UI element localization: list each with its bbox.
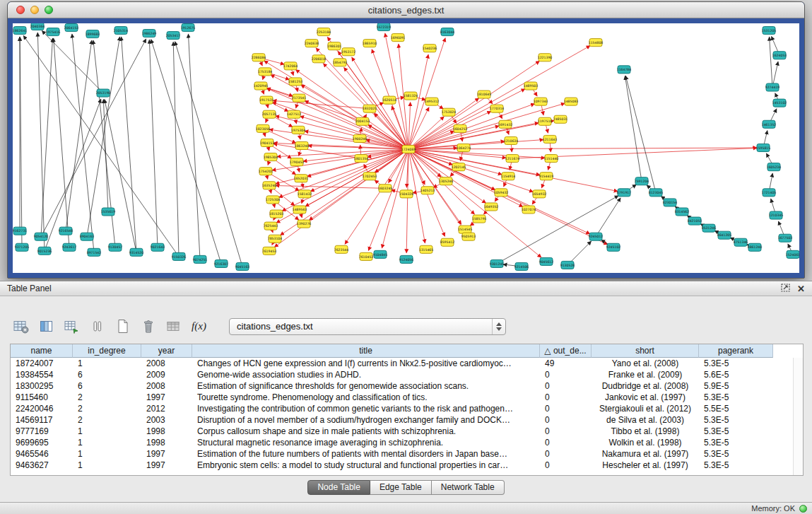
- table-row[interactable]: 1456911722003Disruption of a novel membe…: [11, 414, 803, 426]
- network-node[interactable]: 1721405: [762, 189, 777, 197]
- column-header-year[interactable]: year: [141, 344, 192, 358]
- table-row[interactable]: 977716911998Corpus callosum shape and si…: [11, 426, 803, 437]
- network-node[interactable]: 8641205: [717, 231, 732, 239]
- network-node[interactable]: 1164784: [617, 66, 632, 74]
- network-node[interactable]: 8163044: [440, 28, 455, 36]
- network-node[interactable]: 1635240: [262, 182, 277, 189]
- network-node[interactable]: 1986249: [142, 30, 157, 37]
- network-node[interactable]: 9505913: [461, 233, 476, 240]
- network-node[interactable]: 1863240: [295, 141, 310, 149]
- network-node[interactable]: 9216307: [214, 259, 229, 267]
- network-node[interactable]: 9371205: [15, 243, 30, 251]
- network-edge[interactable]: [87, 37, 120, 237]
- network-node[interactable]: 7623544: [334, 245, 349, 253]
- network-node[interactable]: 8595412: [440, 238, 455, 246]
- network-edge[interactable]: [66, 40, 92, 231]
- network-node[interactable]: 9015236: [37, 247, 52, 255]
- network-edge[interactable]: [54, 38, 69, 247]
- network-edge[interactable]: [307, 149, 408, 177]
- network-node[interactable]: 1605234: [767, 163, 782, 171]
- network-node[interactable]: 1917531: [259, 96, 274, 104]
- network-node[interactable]: 1753184: [258, 68, 273, 76]
- network-node[interactable]: 9045163: [235, 262, 250, 270]
- network-node[interactable]: 1427512: [287, 110, 302, 118]
- table-row[interactable]: 1872400712008Changes of HCN gene express…: [11, 358, 803, 369]
- network-node[interactable]: 1604253: [453, 124, 468, 132]
- network-node[interactable]: 1900246: [353, 134, 367, 142]
- network-node[interactable]: 9301245: [490, 259, 505, 267]
- network-edge[interactable]: [175, 42, 242, 267]
- network-node[interactable]: 1985304: [264, 153, 278, 161]
- network-node[interactable]: 1210345: [769, 211, 784, 219]
- network-node[interactable]: 8971542: [87, 248, 102, 256]
- network-node[interactable]: 1461352: [762, 120, 777, 128]
- network-node[interactable]: 2053190: [96, 89, 111, 97]
- network-node[interactable]: 1221390: [538, 54, 553, 62]
- network-node[interactable]: 1696091: [391, 34, 406, 42]
- network-node[interactable]: 9104845: [373, 250, 388, 258]
- network-edge[interactable]: [276, 186, 385, 189]
- network-node[interactable]: 8531246: [702, 224, 717, 232]
- network-node[interactable]: 2064153: [64, 24, 79, 32]
- network-node[interactable]: 1854793: [333, 59, 348, 66]
- network-node[interactable]: 7591204: [635, 177, 649, 185]
- network-node[interactable]: 9162731: [13, 227, 27, 235]
- table-options-button[interactable]: [11, 317, 30, 335]
- network-node[interactable]: 6791917: [617, 189, 632, 197]
- network-edge[interactable]: [41, 39, 146, 237]
- network-edge[interactable]: [338, 52, 408, 149]
- import-table-button[interactable]: [62, 317, 81, 335]
- table-row[interactable]: 2242004622012Investigating the contribut…: [11, 403, 803, 414]
- network-node[interactable]: 8314562: [675, 208, 690, 216]
- delete-column-button[interactable]: [139, 317, 158, 335]
- column-header-title[interactable]: title: [192, 344, 540, 358]
- column-header-short[interactable]: short: [592, 344, 699, 358]
- network-edge[interactable]: [408, 121, 554, 150]
- column-header-pagerank[interactable]: pagerank: [699, 344, 773, 358]
- network-node[interactable]: 1975416: [46, 28, 61, 36]
- network-node[interactable]: 5572319: [377, 23, 392, 31]
- network-node[interactable]: 7610453: [359, 252, 374, 260]
- network-node[interactable]: 9045612: [539, 257, 554, 265]
- table-row[interactable]: 1938455462009Genome-wide association stu…: [11, 369, 803, 380]
- network-edge[interactable]: [596, 198, 620, 237]
- network-node[interactable]: 9243617: [62, 243, 77, 251]
- network-edge[interactable]: [382, 149, 408, 248]
- network-node[interactable]: 1815203: [269, 210, 284, 218]
- network-node[interactable]: 9074251: [193, 255, 208, 263]
- tab-node-table[interactable]: Node Table: [307, 480, 370, 495]
- network-node[interactable]: 1059432: [494, 189, 509, 197]
- network-edge[interactable]: [151, 40, 221, 264]
- network-node[interactable]: 9274419: [765, 83, 780, 91]
- network-node[interactable]: 8904163: [80, 233, 95, 240]
- table-row[interactable]: 1830029562008Estimation of significance …: [11, 380, 803, 392]
- network-node[interactable]: 1581432: [298, 190, 312, 198]
- network-node[interactable]: 9130528: [560, 261, 575, 269]
- network-node[interactable]: 2057135: [262, 110, 277, 118]
- close-panel-icon[interactable]: ✕: [797, 284, 805, 293]
- network-node[interactable]: 1603245: [378, 185, 393, 192]
- network-node[interactable]: 8230154: [663, 199, 678, 206]
- network-node[interactable]: 1420945: [254, 82, 269, 90]
- network-node[interactable]: 1770314: [490, 105, 505, 112]
- network-node[interactable]: 1211643: [543, 135, 558, 143]
- column-header-name[interactable]: name: [11, 344, 73, 358]
- column-header-in_degree[interactable]: in_degree: [73, 344, 141, 358]
- network-node[interactable]: 1202145: [452, 163, 466, 171]
- network-node[interactable]: 1652031: [294, 175, 309, 182]
- network-node[interactable]: 1535619: [101, 208, 116, 216]
- network-node[interactable]: 1953172: [341, 48, 356, 56]
- network-canvas[interactable]: 1862641204036419754162064153189968321053…: [13, 23, 799, 273]
- network-node[interactable]: 1305246: [439, 177, 454, 185]
- row-mode-button[interactable]: [88, 317, 107, 335]
- network-node[interactable]: 1453102: [772, 99, 787, 107]
- network-node[interactable]: 1064274: [457, 144, 471, 151]
- network-node[interactable]: 1154808: [589, 39, 604, 47]
- network-node[interactable]: 1702453: [363, 173, 377, 180]
- network-edge[interactable]: [385, 33, 408, 149]
- network-node[interactable]: 1495312: [425, 98, 440, 105]
- network-node[interactable]: 1315465: [419, 245, 434, 253]
- network-node[interactable]: 9314520: [129, 248, 144, 256]
- network-node[interactable]: 1823056: [256, 124, 271, 132]
- network-node[interactable]: 8751346: [734, 238, 748, 246]
